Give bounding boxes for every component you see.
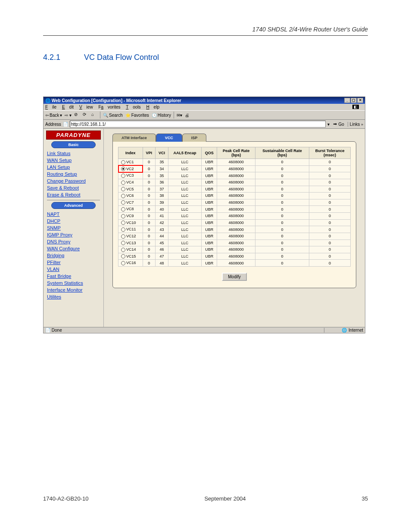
- row-radio[interactable]: [121, 200, 125, 205]
- nav-link-utilites[interactable]: Utilites: [44, 293, 103, 300]
- nav-link-napt[interactable]: NAPT: [44, 211, 103, 218]
- row-radio[interactable]: [121, 254, 125, 258]
- row-radio[interactable]: [121, 248, 125, 252]
- row-radio[interactable]: [121, 187, 125, 191]
- cell-vpi: 0: [143, 172, 155, 179]
- favorites-button[interactable]: ⭐ Favorites: [125, 113, 149, 118]
- table-row: VC10042LLCUBR460800000: [118, 219, 351, 226]
- nav-link-snmp[interactable]: SNMP: [44, 224, 103, 231]
- row-radio[interactable]: [121, 214, 125, 218]
- cell-encap: LLC: [168, 172, 201, 179]
- cell-vci: 35: [156, 172, 168, 179]
- menu-file[interactable]: File: [45, 105, 56, 109]
- close-button[interactable]: ✕: [357, 98, 363, 103]
- nav-link-wan-setup[interactable]: WAN Setup: [44, 157, 103, 164]
- row-radio[interactable]: [121, 227, 125, 232]
- nav-link-change-password[interactable]: Change Password: [44, 177, 103, 184]
- row-radio[interactable]: [121, 221, 125, 225]
- cell-peak: 4608000: [217, 193, 255, 199]
- minimize-button[interactable]: _: [344, 98, 350, 103]
- row-radio[interactable]: [121, 167, 125, 171]
- nav-link-vlan[interactable]: VLAN: [44, 266, 103, 273]
- ie-icon: 🌐: [45, 98, 50, 103]
- cell-qos: UBR: [202, 179, 217, 186]
- back-button[interactable]: ⇦ Back ▾: [45, 113, 62, 118]
- cell-encap: LLC: [168, 240, 201, 246]
- home-button[interactable]: ⌂: [91, 112, 97, 118]
- vcc-panel: IndexVPIVCIAAL5 EncapQOSPeak Cell Rate (…: [112, 141, 356, 288]
- search-button[interactable]: 🔍 Search: [103, 113, 123, 118]
- menu-view[interactable]: View: [79, 105, 93, 109]
- menu-help[interactable]: Help: [146, 105, 159, 109]
- cell-burst: 0: [309, 213, 351, 220]
- history-button[interactable]: 🕓 History: [152, 113, 171, 118]
- menu-favorites[interactable]: Favorites: [98, 105, 120, 109]
- address-input[interactable]: [70, 121, 326, 128]
- row-radio[interactable]: [121, 261, 125, 265]
- menu-edit[interactable]: Edit: [62, 105, 74, 109]
- cell-qos: UBR: [202, 165, 217, 172]
- row-radio[interactable]: [121, 160, 125, 165]
- cell-vci: 43: [156, 226, 168, 233]
- row-radio[interactable]: [121, 234, 125, 239]
- address-dropdown[interactable]: ▾: [327, 122, 330, 127]
- print-button[interactable]: 🖨: [185, 113, 189, 118]
- nav-link-lan-setup[interactable]: LAN Setup: [44, 164, 103, 171]
- cell-vci: 45: [156, 240, 168, 246]
- cell-sust: 0: [255, 165, 309, 172]
- nav-link-system-statistics[interactable]: System Statistics: [44, 280, 103, 286]
- tab-vcc[interactable]: VCC: [156, 134, 182, 142]
- nav-link-igmp-proxy[interactable]: IGMP Proxy: [44, 231, 103, 238]
- brand-logo: PARADYNE: [46, 131, 101, 140]
- cell-encap: LLC: [168, 260, 201, 267]
- nav-link-routing-setup[interactable]: Routing Setup: [44, 171, 103, 177]
- advanced-links: NAPTDHCPSNMPIGMP ProxyDNS ProxyWAN Confi…: [44, 211, 103, 300]
- row-index: VC16: [126, 261, 136, 265]
- maximize-button[interactable]: ▢: [351, 98, 357, 103]
- nav-link-wan-configure[interactable]: WAN Configure: [44, 245, 103, 252]
- nav-link-pfilter[interactable]: PFilter: [44, 259, 103, 266]
- row-radio[interactable]: [121, 207, 125, 212]
- go-button[interactable]: ⮕ Go: [331, 122, 346, 127]
- table-row: VC8040LLCUBR460800000: [118, 206, 351, 213]
- cell-peak: 4608000: [217, 233, 255, 240]
- cell-qos: UBR: [202, 159, 217, 166]
- tab-isp[interactable]: ISP: [182, 134, 207, 142]
- forward-button[interactable]: ⇨ ▾: [65, 113, 72, 118]
- nav-link-link-status[interactable]: Link Status: [44, 150, 103, 157]
- row-radio[interactable]: [121, 194, 125, 198]
- cell-vci: 39: [156, 199, 168, 206]
- row-radio[interactable]: [121, 174, 125, 178]
- cell-vpi: 0: [143, 253, 155, 260]
- nav-link-dhcp[interactable]: DHCP: [44, 218, 103, 224]
- cell-vci: 38: [156, 193, 168, 199]
- row-radio[interactable]: [121, 241, 125, 245]
- modify-button[interactable]: Modify: [222, 273, 246, 281]
- cell-vpi: 0: [143, 199, 155, 206]
- cell-peak: 4608000: [217, 206, 255, 213]
- cell-peak: 4608000: [217, 179, 255, 186]
- cell-vci: 42: [156, 219, 168, 226]
- cell-peak: 4608000: [217, 253, 255, 260]
- menubar: File Edit View Favorites Tools Help ◧: [44, 104, 365, 110]
- nav-link-bridging[interactable]: Bridging: [44, 252, 103, 259]
- row-index: VC15: [126, 254, 136, 258]
- menu-tools[interactable]: Tools: [126, 105, 140, 109]
- cell-qos: UBR: [202, 186, 217, 193]
- nav-link-dns-proxy[interactable]: DNS Proxy: [44, 238, 103, 245]
- nav-link-fast-bridge[interactable]: Fast Bridge: [44, 273, 103, 280]
- links-button[interactable]: Links »: [348, 122, 363, 127]
- row-index: VC11: [126, 227, 136, 231]
- refresh-button[interactable]: ⟳: [83, 112, 89, 118]
- nav-link-save-reboot[interactable]: Save & Reboot: [44, 184, 103, 191]
- mail-button[interactable]: ✉▾: [177, 113, 182, 118]
- footer-center: September 2004: [204, 495, 246, 502]
- stop-button[interactable]: ⊘: [74, 112, 80, 118]
- tab-atm-interface[interactable]: ATM Interface: [112, 134, 156, 142]
- nav-link-erase-reboot[interactable]: Erase & Reboot: [44, 191, 103, 198]
- row-index: VC8: [126, 207, 134, 211]
- row-radio[interactable]: [121, 180, 125, 185]
- cell-encap: LLC: [168, 253, 201, 260]
- cell-vpi: 0: [143, 246, 155, 253]
- nav-link-interface-monitor[interactable]: Interface Monitor: [44, 286, 103, 293]
